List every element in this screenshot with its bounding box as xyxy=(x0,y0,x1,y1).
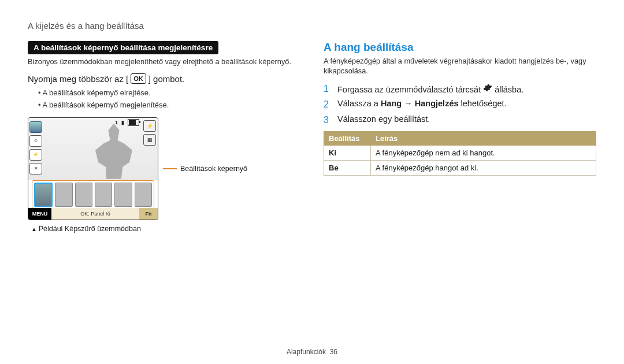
thumb-5 xyxy=(114,183,132,207)
step-2-text: Válassza a Hang → Hangjelzés lehetőséget… xyxy=(337,99,507,108)
breadcrumb: A kijelzés és a hang beállítása xyxy=(28,21,596,31)
step-1-suffix: állásba. xyxy=(495,85,523,94)
sound-settings-heading: A hang beállítása xyxy=(324,41,596,54)
settings-panel-thumbs xyxy=(32,180,154,209)
thumb-2 xyxy=(55,183,72,207)
camera-top-number: 1 xyxy=(115,120,118,125)
step-2-post: lehetőséget. xyxy=(459,99,507,108)
callout-line xyxy=(163,168,177,169)
camera-ok-panel-label: OK: Panel Ki xyxy=(51,208,139,220)
page-footer: Alapfunkciók 36 xyxy=(0,348,624,356)
scene-landscape-icon xyxy=(29,121,42,133)
sound-settings-intro: A fényképezőgép által a műveletek végreh… xyxy=(324,56,596,76)
step-2-arrow: → xyxy=(402,99,415,108)
camera-fn-label: Fn xyxy=(139,208,158,220)
thumb-6 xyxy=(135,183,152,207)
press-suffix: ] gombot. xyxy=(148,74,185,84)
table-header-description: Leírás xyxy=(371,132,596,146)
step-number-1: 1 xyxy=(324,83,332,94)
footer-page-number: 36 xyxy=(330,348,337,356)
size-setting-icon: ▦ xyxy=(143,134,156,146)
press-ok-instruction: Nyomja meg többször az [ OK ] gombot. xyxy=(28,73,300,84)
step-2-hangjelzes: Hangjelzés xyxy=(415,99,459,108)
table-row-be-key: Be xyxy=(324,161,371,176)
left-column: A beállítások képernyő beállítása megjel… xyxy=(28,41,300,233)
sound-steps: 1 Forgassa az üzemmódválasztó tárcsát ál… xyxy=(324,83,596,126)
table-header-setting: Beállítás xyxy=(324,132,371,146)
step-1-prefix: Forgassa az üzemmódválasztó tárcsát xyxy=(337,85,483,94)
camera-caption: Például Képszűrő üzemmódban xyxy=(31,225,300,233)
step-2-hang: Hang xyxy=(381,99,402,108)
gear-icon xyxy=(483,83,492,92)
press-results-list: A beállítások képernyő elrejtése. A beál… xyxy=(38,87,300,112)
thumb-3 xyxy=(75,183,92,207)
camera-menu-label: MENU xyxy=(28,208,51,220)
bullet-hide: A beállítások képernyő elrejtése. xyxy=(38,87,300,99)
flash-off-icon: ⚡ xyxy=(29,149,42,161)
display-settings-intro: Bizonyos üzemmódokban megjeleníthető vag… xyxy=(28,57,300,66)
press-prefix: Nyomja meg többször az [ xyxy=(28,74,128,84)
step-number-2: 2 xyxy=(324,99,332,110)
step-1-text: Forgassa az üzemmódválasztó tárcsát állá… xyxy=(337,83,523,94)
right-column: A hang beállítása A fényképezőgép által … xyxy=(324,41,596,233)
camera-screenshot: 1 ▮ ☺ ⚡ ✕ ⚡ ▦ xyxy=(28,117,158,220)
table-row-be-value: A fényképezőgép hangot ad ki. xyxy=(371,161,596,176)
sd-card-icon: ▮ xyxy=(121,120,124,125)
thumb-4 xyxy=(95,183,112,207)
timer-off-icon: ✕ xyxy=(29,163,42,174)
face-icon: ☺ xyxy=(29,135,42,147)
step-number-3: 3 xyxy=(324,114,332,125)
step-2-pre: Válassza a xyxy=(337,99,381,108)
table-row-ki-value: A fényképezőgép nem ad ki hangot. xyxy=(371,146,596,161)
flash-setting-icon: ⚡ xyxy=(143,120,156,132)
settings-panel-callout: Beállítások képernyő xyxy=(163,165,247,173)
bullet-show: A beállítások képernyő megjelenítése. xyxy=(38,99,300,112)
step-3-text: Válasszon egy beállítást. xyxy=(337,114,430,124)
sound-options-table: Beállítás Leírás Ki A fényképezőgép nem … xyxy=(324,131,596,176)
thumb-1 xyxy=(34,183,53,207)
battery-icon xyxy=(128,119,139,126)
section-heading-display-settings: A beállítások képernyő beállítása megjel… xyxy=(28,41,218,54)
footer-section: Alapfunkciók xyxy=(287,348,326,356)
person-silhouette xyxy=(95,124,132,179)
ok-button-icon: OK xyxy=(131,73,146,84)
table-row-ki-key: Ki xyxy=(324,146,371,161)
callout-label: Beállítások képernyő xyxy=(180,165,247,173)
